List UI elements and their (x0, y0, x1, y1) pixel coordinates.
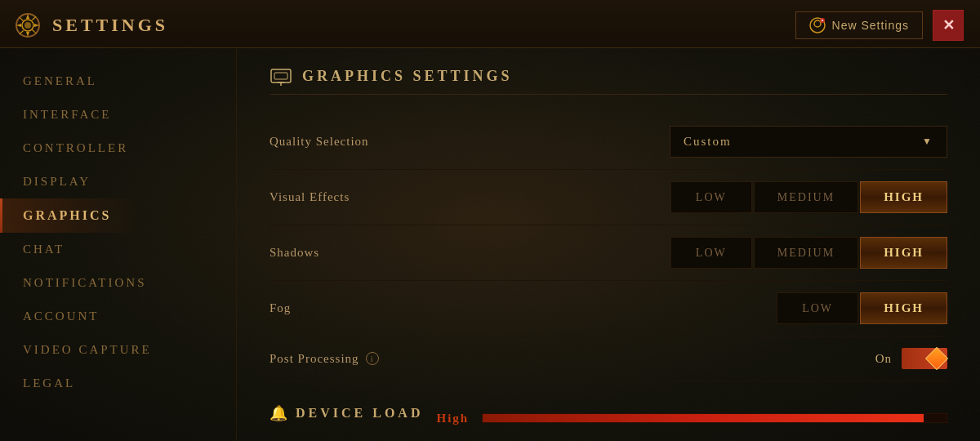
bell-icon: 🔔 (270, 404, 287, 422)
shadows-row: Shadows Low Medium High (270, 225, 947, 281)
device-load-title: DEVICE LOAD (296, 406, 423, 421)
device-load-bar-container: High (436, 412, 947, 425)
content-area: GRAPHICS SETTINGS Quality Selection Cust… (237, 48, 980, 441)
fog-label: Fog (270, 301, 291, 315)
sidebar-item-interface[interactable]: INTERFACE (0, 98, 236, 131)
visual-effects-medium-button[interactable]: Medium (754, 181, 858, 213)
device-load-section: 🔔 DEVICE LOAD High (270, 388, 947, 432)
fog-low-button[interactable]: Low (777, 292, 858, 324)
quality-selection-row: Quality Selection Custom ▼ (270, 114, 947, 170)
settings-container: SETTINGS New Settings ✕ GENERAL INTERFAC… (0, 0, 980, 441)
toggle-diamond-icon (925, 347, 948, 370)
device-load-header: 🔔 DEVICE LOAD (270, 404, 423, 422)
quality-selection-label: Quality Selection (270, 135, 369, 149)
sidebar-item-controller[interactable]: CONTROLLER (0, 131, 236, 165)
device-load-progress-bar (482, 413, 947, 423)
svg-rect-7 (274, 73, 287, 79)
info-icon[interactable]: i (366, 352, 379, 365)
device-load-level: High (436, 412, 469, 425)
close-icon: ✕ (942, 16, 955, 34)
shadows-label: Shadows (270, 246, 319, 260)
shadows-low-button[interactable]: Low (670, 237, 752, 269)
fog-high-button[interactable]: High (860, 292, 947, 324)
settings-profile-icon (809, 17, 826, 33)
graphics-settings-icon (270, 65, 292, 87)
post-processing-value: On (875, 352, 892, 366)
new-settings-label: New Settings (832, 19, 909, 32)
device-load-progress-fill (483, 414, 923, 422)
device-load-row: 🔔 DEVICE LOAD High (270, 404, 947, 432)
visual-effects-high-button[interactable]: High (860, 181, 947, 213)
sidebar-item-graphics[interactable]: GRAPHICS (0, 198, 236, 233)
chevron-down-icon: ▼ (922, 136, 933, 148)
shadows-medium-button[interactable]: Medium (754, 237, 858, 269)
shadows-buttons: Low Medium High (670, 237, 947, 269)
section-title: GRAPHICS SETTINGS (302, 68, 513, 85)
visual-effects-buttons: Low Medium High (670, 181, 947, 213)
visual-effects-low-button[interactable]: Low (670, 181, 752, 213)
sidebar-item-general[interactable]: GENERAL (0, 65, 236, 98)
post-processing-toggle-container: On (875, 348, 947, 369)
sidebar-item-chat[interactable]: CHAT (0, 233, 236, 266)
fog-row: Fog Low High (270, 281, 947, 336)
new-settings-button[interactable]: New Settings (795, 11, 923, 39)
gear-icon (13, 11, 42, 40)
quality-dropdown[interactable]: Custom ▼ (670, 126, 947, 158)
fog-buttons: Low High (777, 292, 947, 324)
sidebar: GENERAL INTERFACE CONTROLLER DISPLAY GRA… (0, 48, 237, 441)
sidebar-item-legal[interactable]: LEGAL (0, 367, 236, 400)
visual-effects-row: Visual Effects Low Medium High (270, 170, 947, 225)
sidebar-item-notifications[interactable]: NOTIFICATIONS (0, 266, 236, 300)
post-processing-label: Post Processing i (270, 352, 379, 366)
svg-point-3 (814, 20, 821, 27)
header-right: New Settings ✕ (795, 10, 964, 41)
quality-value: Custom (684, 135, 732, 149)
settings-title: SETTINGS (52, 15, 168, 36)
close-button[interactable]: ✕ (933, 10, 964, 41)
visual-effects-label: Visual Effects (270, 190, 350, 204)
svg-point-2 (24, 22, 31, 29)
section-header: GRAPHICS SETTINGS (270, 65, 947, 95)
main-content: GENERAL INTERFACE CONTROLLER DISPLAY GRA… (0, 48, 980, 441)
sidebar-item-account[interactable]: ACCOUNT (0, 300, 236, 333)
sidebar-item-video-capture[interactable]: VIDEO CAPTURE (0, 333, 236, 367)
sidebar-item-display[interactable]: DISPLAY (0, 165, 236, 198)
shadows-high-button[interactable]: High (860, 237, 947, 269)
header: SETTINGS New Settings ✕ (0, 0, 980, 48)
post-processing-row: Post Processing i On (270, 336, 947, 381)
post-processing-toggle[interactable] (902, 348, 947, 369)
header-left: SETTINGS (13, 11, 168, 40)
